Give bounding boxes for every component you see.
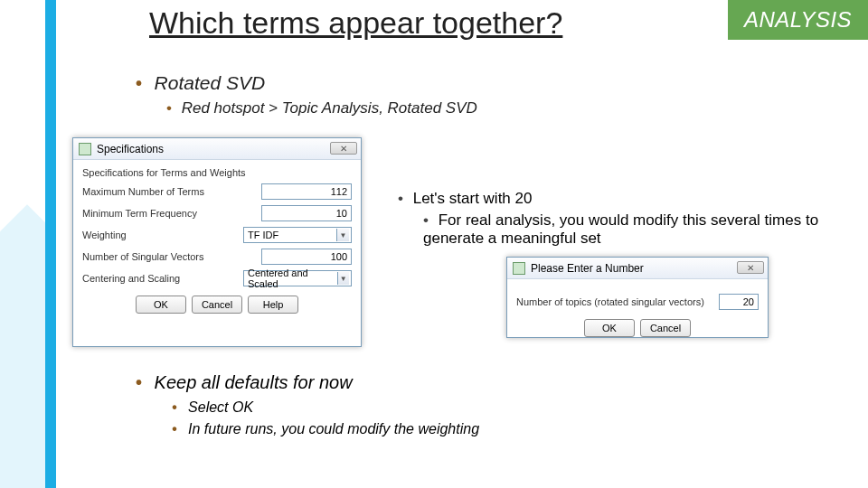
ok-button[interactable]: OK	[584, 319, 635, 337]
bullet-dot-icon: •	[172, 399, 177, 415]
combo-value: TF IDF	[248, 230, 278, 240]
label-min-freq: Minimum Term Frequency	[82, 208, 261, 219]
bullet-text: For real analysis, you would modify this…	[423, 211, 818, 247]
label-singular-vectors: Number of Singular Vectors	[82, 251, 261, 262]
bullet-dot-icon: •	[136, 372, 142, 392]
input-min-freq[interactable]: 10	[261, 205, 352, 221]
label-centering: Centering and Scaling	[82, 273, 243, 284]
label-weighting: Weighting	[82, 230, 243, 240]
bullet-future-weighting: • In future runs, you could modify the w…	[172, 421, 479, 437]
app-icon	[79, 143, 91, 155]
bullet-dot-icon: •	[172, 421, 177, 436]
bullet-text: Select OK	[188, 399, 253, 415]
row-min-freq: Minimum Term Frequency 10	[82, 205, 352, 221]
row-centering: Centering and Scaling Centered and Scale…	[82, 270, 352, 286]
row-number-topics: Number of topics (rotated singular vecto…	[516, 294, 759, 310]
dialog-title: Please Enter a Number	[531, 262, 644, 275]
bullet-red-hotspot: • Red hotspot > Topic Analysis, Rotated …	[166, 99, 868, 117]
bullet-dot-icon: •	[136, 73, 142, 93]
bullet-rotated-svd: • Rotated SVD	[136, 72, 868, 94]
ok-button[interactable]: OK	[136, 296, 186, 314]
bullet-dot-icon: •	[166, 99, 172, 117]
enter-number-dialog: Please Enter a Number ✕ Number of topics…	[506, 257, 769, 338]
accent-bar	[45, 0, 56, 488]
bullet-start-20: • Let's start with 20	[398, 190, 868, 208]
bullet-real-analysis: • For real analysis, you would modify th…	[423, 211, 868, 248]
bullets-main: • Rotated SVD • Red hotspot > Topic Anal…	[136, 72, 868, 117]
bullet-text: In future runs, you could modify the wei…	[188, 421, 479, 436]
chevron-down-icon: ▼	[337, 272, 349, 285]
help-button[interactable]: Help	[248, 296, 298, 314]
dialog-buttons: OK Cancel Help	[82, 296, 352, 314]
bullet-text: Keep all defaults for now	[155, 372, 353, 392]
right-bullets: • Let's start with 20 • For real analysi…	[398, 190, 868, 248]
cancel-button[interactable]: Cancel	[640, 319, 691, 337]
bullet-text: Rotated SVD	[155, 72, 266, 93]
input-max-terms[interactable]: 112	[261, 183, 352, 200]
row-weighting: Weighting TF IDF ▼	[82, 227, 352, 243]
app-icon	[513, 262, 525, 275]
close-icon[interactable]: ✕	[737, 261, 764, 274]
cancel-button[interactable]: Cancel	[192, 296, 242, 314]
slide-title: Which terms appear together?	[149, 5, 562, 41]
label-max-terms: Maximum Number of Terms	[82, 186, 261, 197]
input-number-topics[interactable]: 20	[719, 294, 759, 310]
dialog-buttons: OK Cancel	[516, 319, 759, 337]
dialog-titlebar[interactable]: Please Enter a Number ✕	[507, 258, 768, 279]
analysis-badge: ANALYSIS	[728, 0, 868, 40]
label-number-topics: Number of topics (rotated singular vecto…	[516, 296, 719, 307]
specifications-dialog: Specifications ✕ Specifications for Term…	[72, 137, 362, 347]
bullet-text: Let's start with 20	[413, 190, 533, 207]
combo-weighting[interactable]: TF IDF ▼	[243, 227, 352, 243]
bullet-select-ok: • Select OK	[172, 399, 253, 416]
dialog-title: Specifications	[97, 143, 164, 155]
section-label: Specifications for Terms and Weights	[82, 167, 352, 178]
bullet-dot-icon: •	[423, 211, 429, 229]
dialog-body: Specifications for Terms and Weights Max…	[73, 160, 361, 321]
bullet-dot-icon: •	[398, 190, 403, 207]
accent-triangle	[0, 0, 45, 488]
combo-centering[interactable]: Centered and Scaled ▼	[243, 270, 352, 286]
input-singular-vectors[interactable]: 100	[261, 249, 352, 265]
combo-value: Centered and Scaled	[248, 267, 337, 289]
dialog-body: Number of topics (rotated singular vecto…	[507, 279, 768, 346]
row-singular-vectors: Number of Singular Vectors 100	[82, 249, 352, 265]
row-max-terms: Maximum Number of Terms 112	[82, 183, 352, 200]
bullet-keep-defaults: • Keep all defaults for now	[136, 372, 353, 393]
dialog-titlebar[interactable]: Specifications ✕	[73, 138, 361, 160]
bullet-text: Red hotspot > Topic Analysis, Rotated SV…	[182, 99, 477, 117]
close-icon[interactable]: ✕	[330, 142, 357, 155]
slide: ANALYSIS Which terms appear together? • …	[0, 0, 868, 488]
chevron-down-icon: ▼	[336, 229, 349, 241]
